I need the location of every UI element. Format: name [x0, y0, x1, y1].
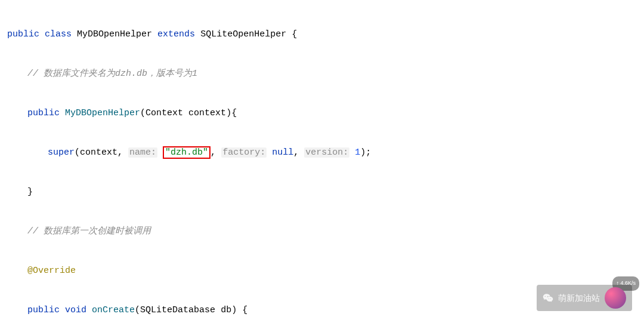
keyword-void: void: [65, 305, 86, 315]
code-line-1: public class MyDBOpenHelper extends SQLi…: [7, 24, 637, 44]
keyword-class: class: [45, 29, 72, 39]
param-type: Context: [145, 108, 183, 118]
super-name: SQLiteOpenHelper: [200, 29, 286, 39]
number-literal: 1: [355, 147, 360, 158]
keyword-extends: extends: [157, 29, 195, 39]
param-hint-version: version:: [304, 147, 349, 158]
brace: }: [27, 187, 33, 197]
code-line-6: // 数据库第一次创建时被调用: [7, 222, 637, 241]
param-name: db: [221, 305, 231, 315]
class-name: MyDBOpenHelper: [77, 29, 152, 39]
comment: // 数据库文件夹名为dzh.db，版本号为1: [27, 69, 197, 79]
watermark: 萌新加油站: [537, 285, 632, 311]
wechat-icon: [543, 293, 553, 303]
annotation-override: @Override: [27, 266, 76, 276]
keyword-public: public: [27, 305, 60, 315]
comment: // 数据库第一次创建时被调用: [27, 226, 151, 236]
brace: {: [242, 305, 247, 315]
param-hint-factory: factory:: [221, 147, 267, 158]
code-block: public class MyDBOpenHelper extends SQLi…: [0, 0, 644, 323]
param-hint-name: name:: [128, 147, 157, 158]
keyword-super: super: [48, 147, 75, 158]
watermark-text: 萌新加油站: [558, 289, 600, 307]
string-literal: "dzh.db": [165, 147, 208, 158]
method-name: onCreate: [92, 305, 135, 315]
code-line-2: // 数据库文件夹名为dzh.db，版本号为1: [7, 64, 637, 84]
brace: {: [231, 108, 237, 118]
keyword-null: null: [272, 147, 293, 158]
avatar-icon: [605, 287, 626, 309]
code-line-4: super(context, name: "dzh.db", factory: …: [7, 143, 637, 162]
keyword-public: public: [27, 108, 60, 118]
highlight-db-name: "dzh.db": [163, 146, 210, 159]
constructor-name: MyDBOpenHelper: [65, 108, 140, 118]
param-name: context: [188, 108, 226, 118]
code-line-5: }: [7, 182, 637, 202]
param-type: SQLiteDatabase: [140, 305, 215, 315]
code-line-7: @Override: [7, 261, 637, 281]
keyword-public: public: [7, 29, 39, 39]
arg-context: context: [80, 147, 117, 158]
code-line-3: public MyDBOpenHelper(Context context){: [7, 103, 637, 123]
brace: {: [292, 29, 297, 39]
